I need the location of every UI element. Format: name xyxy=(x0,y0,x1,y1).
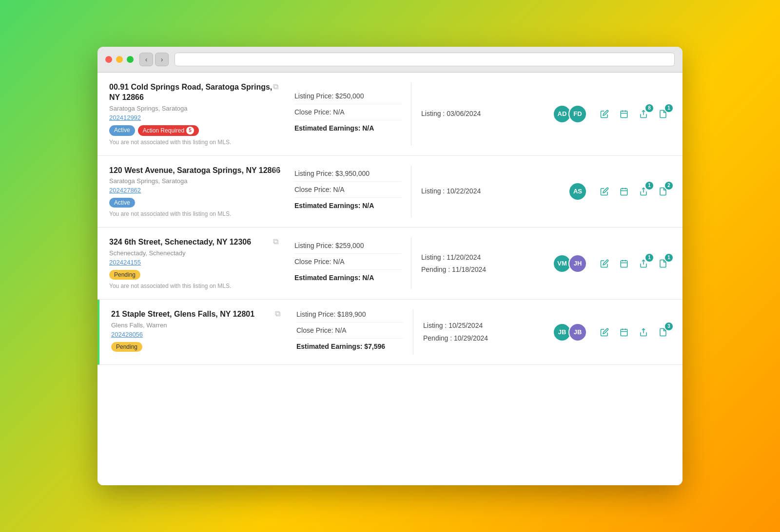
avatar-jb2: JB xyxy=(568,323,587,342)
doc-count: 1 xyxy=(665,254,673,262)
close-button[interactable] xyxy=(105,56,112,63)
avatar-group: VM JH xyxy=(553,254,587,273)
badges: Active xyxy=(109,198,285,208)
edit-icon[interactable] xyxy=(597,324,612,340)
listing-actions: JB JB 3 xyxy=(511,309,671,355)
badges: Active Action Required 5 xyxy=(109,125,285,136)
listing-prices: Listing Price: $189,900 Close Price: N/A… xyxy=(296,309,413,355)
close-price: Close Price: N/A xyxy=(296,326,403,339)
pending-date: Pending : 11/18/2024 xyxy=(421,264,499,276)
forward-button[interactable]: › xyxy=(155,53,169,66)
nav-buttons: ‹ › xyxy=(139,53,169,66)
copy-icon[interactable]: ⧉ xyxy=(273,166,278,174)
listing-price: Listing Price: $3,950,000 xyxy=(294,170,401,182)
estimated-earnings: Estimated Earnings: N/A xyxy=(294,124,401,136)
close-price: Close Price: N/A xyxy=(294,186,401,198)
listing-price: Listing Price: $259,000 xyxy=(294,242,401,254)
listing-dates: Listing : 10/25/2024 Pending : 10/29/202… xyxy=(413,309,511,355)
listing-id[interactable]: 202427862 xyxy=(109,187,285,194)
listing-city: Saratoga Springs, Saratoga xyxy=(109,105,285,112)
share-icon[interactable] xyxy=(636,324,651,340)
calendar-icon[interactable] xyxy=(616,184,632,199)
mls-note: You are not associated with this listing… xyxy=(109,139,285,146)
svg-rect-0 xyxy=(621,111,627,118)
copy-icon[interactable]: ⧉ xyxy=(275,309,280,318)
pending-date: Pending : 10/29/2024 xyxy=(423,332,501,344)
share-icon[interactable]: 8 xyxy=(636,106,651,122)
listing-city: Glens Falls, Warren xyxy=(111,322,287,329)
close-price: Close Price: N/A xyxy=(294,108,401,120)
badges: Pending xyxy=(111,342,287,352)
listing-address: 21 Staple Street, Glens Falls, NY 12801 xyxy=(111,309,287,320)
listing-dates: Listing : 10/22/2024 xyxy=(411,166,509,218)
mls-note: You are not associated with this listing… xyxy=(109,283,285,289)
listing-row: 21 Staple Street, Glens Falls, NY 12801 … xyxy=(98,300,682,365)
listing-city: Schenectady, Schenectady xyxy=(109,249,285,257)
svg-rect-10 xyxy=(621,261,627,267)
listing-date: Listing : 03/06/2024 xyxy=(421,108,499,120)
avatar-fd: FD xyxy=(568,105,587,123)
listing-id[interactable]: 202424155 xyxy=(109,259,285,266)
listing-city: Saratoga Springs, Saratoga xyxy=(109,177,285,185)
doc-icon[interactable]: 1 xyxy=(655,106,671,122)
listing-address: 00.91 Cold Springs Road, Saratoga Spring… xyxy=(109,82,285,103)
fullscreen-button[interactable] xyxy=(127,56,134,63)
back-button[interactable]: ‹ xyxy=(139,53,153,66)
listing-date: Listing : 11/20/2024 xyxy=(421,251,499,264)
share-icon[interactable]: 1 xyxy=(636,256,651,271)
share-count: 1 xyxy=(645,254,653,262)
share-count: 1 xyxy=(645,182,653,190)
calendar-icon[interactable] xyxy=(616,106,632,122)
close-price: Close Price: N/A xyxy=(294,258,401,270)
doc-icon[interactable]: 2 xyxy=(655,184,671,199)
browser-content: 00.91 Cold Springs Road, Saratoga Spring… xyxy=(98,73,682,485)
listing-info: 21 Staple Street, Glens Falls, NY 12801 … xyxy=(111,309,296,355)
calendar-icon[interactable] xyxy=(616,324,632,340)
share-icon[interactable]: 1 xyxy=(636,184,651,199)
edit-icon[interactable] xyxy=(597,256,612,271)
share-count: 8 xyxy=(645,104,653,112)
doc-count: 3 xyxy=(665,323,673,330)
listing-price: Listing Price: $250,000 xyxy=(294,92,401,104)
listing-info: 120 West Avenue, Saratoga Springs, NY 12… xyxy=(109,166,294,218)
listing-actions: AD FD 8 1 xyxy=(509,82,671,146)
listing-actions: VM JH 1 1 xyxy=(509,237,671,289)
avatar-jh: JH xyxy=(568,254,587,273)
svg-rect-5 xyxy=(621,189,627,195)
address-bar[interactable] xyxy=(175,53,675,66)
edit-icon[interactable] xyxy=(597,106,612,122)
calendar-icon[interactable] xyxy=(616,256,632,271)
pending-badge: Pending xyxy=(111,342,142,352)
action-count: 5 xyxy=(186,127,194,134)
badges: Pending xyxy=(109,270,285,280)
minimize-button[interactable] xyxy=(116,56,123,63)
listing-row: 324 6th Street, Schenectady, NY 12306 Sc… xyxy=(98,228,682,300)
listing-dates: Listing : 11/20/2024 Pending : 11/18/202… xyxy=(411,237,509,289)
action-required-badge[interactable]: Action Required 5 xyxy=(138,125,199,136)
listing-actions: AS 1 2 xyxy=(509,166,671,218)
listing-prices: Listing Price: $250,000 Close Price: N/A… xyxy=(294,82,411,146)
doc-icon[interactable]: 1 xyxy=(655,256,671,271)
listing-id[interactable]: 202412992 xyxy=(109,114,285,121)
copy-icon[interactable]: ⧉ xyxy=(273,82,278,91)
browser-chrome: ‹ › xyxy=(98,47,682,73)
doc-count: 1 xyxy=(665,104,673,112)
listing-price: Listing Price: $189,900 xyxy=(296,310,403,323)
listing-prices: Listing Price: $259,000 Close Price: N/A… xyxy=(294,237,411,289)
action-required-label: Action Required xyxy=(143,127,184,134)
listing-id[interactable]: 202428056 xyxy=(111,331,287,338)
listing-dates: Listing : 03/06/2024 xyxy=(411,82,509,146)
doc-icon[interactable]: 3 xyxy=(655,324,671,340)
listing-date: Listing : 10/25/2024 xyxy=(423,320,501,332)
active-badge: Active xyxy=(109,198,135,208)
listing-prices: Listing Price: $3,950,000 Close Price: N… xyxy=(294,166,411,218)
listing-address: 120 West Avenue, Saratoga Springs, NY 12… xyxy=(109,166,285,176)
avatar-group: AS xyxy=(568,182,587,201)
edit-icon[interactable] xyxy=(597,184,612,199)
traffic-lights xyxy=(105,56,134,63)
doc-count: 2 xyxy=(665,182,673,190)
svg-rect-15 xyxy=(621,329,627,336)
browser-window: ‹ › 00.91 Cold Springs Road, Saratoga Sp… xyxy=(98,47,682,485)
copy-icon[interactable]: ⧉ xyxy=(273,237,278,246)
listing-row: 120 West Avenue, Saratoga Springs, NY 12… xyxy=(98,156,682,228)
